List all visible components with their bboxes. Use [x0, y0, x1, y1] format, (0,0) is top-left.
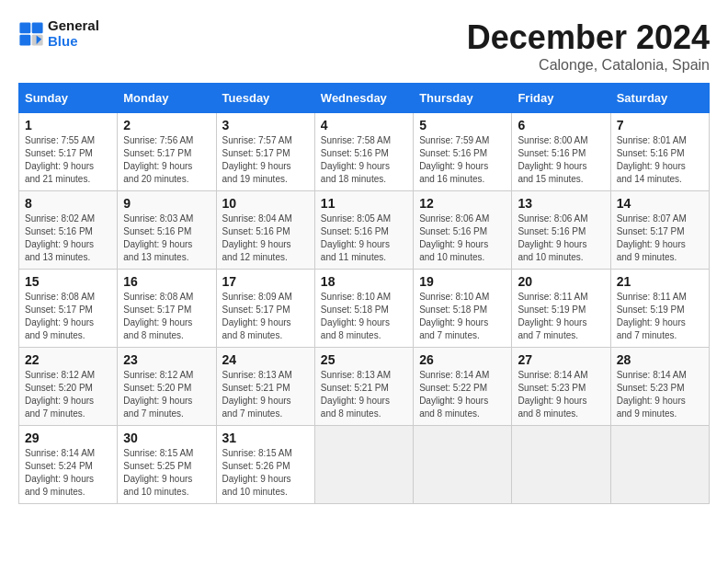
day-info: Sunrise: 8:13 AMSunset: 5:21 PMDaylight:…: [321, 370, 391, 419]
day-number: 16: [123, 274, 210, 289]
weekday-header-saturday: Saturday: [610, 84, 709, 113]
calendar-day: 27Sunrise: 8:14 AMSunset: 5:23 PMDayligh…: [512, 348, 610, 426]
day-number: 30: [123, 431, 210, 445]
calendar-day: 21Sunrise: 8:11 AMSunset: 5:19 PMDayligh…: [610, 270, 709, 348]
day-info: Sunrise: 8:14 AMSunset: 5:24 PMDaylight:…: [25, 448, 95, 497]
calendar-week-4: 22Sunrise: 8:12 AMSunset: 5:20 PMDayligh…: [19, 348, 710, 426]
day-number: 18: [321, 274, 407, 289]
day-info: Sunrise: 8:02 AMSunset: 5:16 PMDaylight:…: [25, 213, 95, 262]
day-info: Sunrise: 8:09 AMSunset: 5:17 PMDaylight:…: [222, 292, 292, 340]
day-number: 3: [222, 118, 309, 132]
day-number: 11: [321, 196, 407, 211]
day-info: Sunrise: 8:13 AMSunset: 5:21 PMDaylight:…: [222, 370, 292, 419]
header: General Blue December 2024 Calonge, Cata…: [18, 18, 710, 74]
calendar-table: SundayMondayTuesdayWednesdayThursdayFrid…: [18, 83, 710, 504]
day-info: Sunrise: 8:05 AMSunset: 5:16 PMDaylight:…: [321, 213, 391, 262]
day-number: 17: [222, 274, 309, 289]
calendar-day: 2Sunrise: 7:56 AMSunset: 5:17 PMDaylight…: [118, 113, 216, 191]
month-title: December 2024: [467, 18, 710, 57]
day-number: 24: [222, 352, 309, 367]
calendar-day: [314, 426, 413, 504]
day-info: Sunrise: 8:06 AMSunset: 5:16 PMDaylight:…: [419, 213, 489, 262]
calendar-day: 23Sunrise: 8:12 AMSunset: 5:20 PMDayligh…: [118, 348, 216, 426]
logo-text: General Blue: [48, 18, 99, 49]
day-number: 20: [518, 274, 604, 289]
day-info: Sunrise: 7:57 AMSunset: 5:17 PMDaylight:…: [222, 135, 292, 184]
calendar-day: [414, 426, 512, 504]
calendar-day: 6Sunrise: 8:00 AMSunset: 5:16 PMDaylight…: [512, 113, 610, 191]
day-number: 27: [518, 352, 604, 367]
day-info: Sunrise: 8:04 AMSunset: 5:16 PMDaylight:…: [222, 213, 292, 262]
logo: General Blue: [18, 18, 99, 49]
calendar-week-2: 8Sunrise: 8:02 AMSunset: 5:16 PMDaylight…: [19, 191, 710, 270]
calendar-day: 24Sunrise: 8:13 AMSunset: 5:21 PMDayligh…: [216, 348, 314, 426]
calendar-day: 26Sunrise: 8:14 AMSunset: 5:22 PMDayligh…: [414, 348, 512, 426]
calendar-day: 11Sunrise: 8:05 AMSunset: 5:16 PMDayligh…: [314, 191, 413, 270]
calendar-day: 22Sunrise: 8:12 AMSunset: 5:20 PMDayligh…: [19, 348, 118, 426]
day-number: 13: [518, 196, 604, 211]
svg-rect-2: [19, 34, 30, 45]
weekday-header-monday: Monday: [118, 84, 216, 113]
calendar-day: 3Sunrise: 7:57 AMSunset: 5:17 PMDaylight…: [216, 113, 314, 191]
day-number: 26: [419, 352, 506, 367]
calendar-day: 20Sunrise: 8:11 AMSunset: 5:19 PMDayligh…: [512, 270, 610, 348]
day-number: 15: [25, 274, 111, 289]
calendar-day: 1Sunrise: 7:55 AMSunset: 5:17 PMDaylight…: [19, 113, 118, 191]
day-info: Sunrise: 7:58 AMSunset: 5:16 PMDaylight:…: [321, 135, 391, 184]
day-number: 8: [25, 196, 111, 211]
day-info: Sunrise: 8:01 AMSunset: 5:16 PMDaylight:…: [617, 135, 687, 184]
calendar-day: 31Sunrise: 8:15 AMSunset: 5:26 PMDayligh…: [216, 426, 314, 504]
calendar-day: 28Sunrise: 8:14 AMSunset: 5:23 PMDayligh…: [610, 348, 709, 426]
day-number: 10: [222, 196, 309, 211]
weekday-header-thursday: Thursday: [414, 84, 512, 113]
day-info: Sunrise: 8:15 AMSunset: 5:25 PMDaylight:…: [123, 448, 193, 497]
day-info: Sunrise: 8:06 AMSunset: 5:16 PMDaylight:…: [518, 213, 587, 262]
weekday-header-sunday: Sunday: [19, 84, 118, 113]
day-info: Sunrise: 8:10 AMSunset: 5:18 PMDaylight:…: [321, 292, 391, 340]
svg-rect-0: [19, 22, 30, 33]
calendar-day: 8Sunrise: 8:02 AMSunset: 5:16 PMDaylight…: [19, 191, 118, 270]
day-info: Sunrise: 8:07 AMSunset: 5:17 PMDaylight:…: [617, 213, 687, 262]
day-number: 19: [419, 274, 506, 289]
day-number: 9: [123, 196, 210, 211]
calendar-day: [512, 426, 610, 504]
weekday-header-tuesday: Tuesday: [216, 84, 314, 113]
day-info: Sunrise: 8:12 AMSunset: 5:20 PMDaylight:…: [123, 370, 193, 419]
day-info: Sunrise: 8:10 AMSunset: 5:18 PMDaylight:…: [419, 292, 489, 340]
calendar-day: 7Sunrise: 8:01 AMSunset: 5:16 PMDaylight…: [610, 113, 709, 191]
calendar-day: [610, 426, 709, 504]
logo-icon: [18, 21, 44, 47]
calendar-day: 25Sunrise: 8:13 AMSunset: 5:21 PMDayligh…: [314, 348, 413, 426]
day-info: Sunrise: 8:15 AMSunset: 5:26 PMDaylight:…: [222, 448, 292, 497]
day-info: Sunrise: 8:08 AMSunset: 5:17 PMDaylight:…: [123, 292, 193, 340]
day-info: Sunrise: 8:08 AMSunset: 5:17 PMDaylight:…: [25, 292, 95, 340]
day-number: 5: [419, 118, 506, 132]
calendar-week-5: 29Sunrise: 8:14 AMSunset: 5:24 PMDayligh…: [19, 426, 710, 504]
day-info: Sunrise: 8:14 AMSunset: 5:22 PMDaylight:…: [419, 370, 489, 419]
day-number: 31: [222, 431, 309, 445]
day-number: 22: [25, 352, 111, 367]
day-info: Sunrise: 7:55 AMSunset: 5:17 PMDaylight:…: [25, 135, 95, 184]
calendar-day: 12Sunrise: 8:06 AMSunset: 5:16 PMDayligh…: [414, 191, 512, 270]
location-title: Calonge, Catalonia, Spain: [467, 57, 710, 74]
calendar-week-3: 15Sunrise: 8:08 AMSunset: 5:17 PMDayligh…: [19, 270, 710, 348]
calendar-day: 18Sunrise: 8:10 AMSunset: 5:18 PMDayligh…: [314, 270, 413, 348]
calendar-day: 30Sunrise: 8:15 AMSunset: 5:25 PMDayligh…: [118, 426, 216, 504]
calendar-day: 9Sunrise: 8:03 AMSunset: 5:16 PMDaylight…: [118, 191, 216, 270]
day-info: Sunrise: 8:11 AMSunset: 5:19 PMDaylight:…: [518, 292, 587, 340]
day-number: 23: [123, 352, 210, 367]
calendar-day: 14Sunrise: 8:07 AMSunset: 5:17 PMDayligh…: [610, 191, 709, 270]
day-info: Sunrise: 8:14 AMSunset: 5:23 PMDaylight:…: [617, 370, 687, 419]
day-info: Sunrise: 8:12 AMSunset: 5:20 PMDaylight:…: [25, 370, 95, 419]
day-info: Sunrise: 8:14 AMSunset: 5:23 PMDaylight:…: [518, 370, 587, 419]
day-info: Sunrise: 8:03 AMSunset: 5:16 PMDaylight:…: [123, 213, 193, 262]
calendar-day: 13Sunrise: 8:06 AMSunset: 5:16 PMDayligh…: [512, 191, 610, 270]
day-info: Sunrise: 8:11 AMSunset: 5:19 PMDaylight:…: [617, 292, 687, 340]
day-number: 28: [617, 352, 703, 367]
day-number: 29: [25, 431, 111, 445]
day-number: 6: [518, 118, 604, 132]
weekday-header-wednesday: Wednesday: [314, 84, 413, 113]
calendar-week-1: 1Sunrise: 7:55 AMSunset: 5:17 PMDaylight…: [19, 113, 710, 191]
calendar-day: 5Sunrise: 7:59 AMSunset: 5:16 PMDaylight…: [414, 113, 512, 191]
calendar-day: 15Sunrise: 8:08 AMSunset: 5:17 PMDayligh…: [19, 270, 118, 348]
